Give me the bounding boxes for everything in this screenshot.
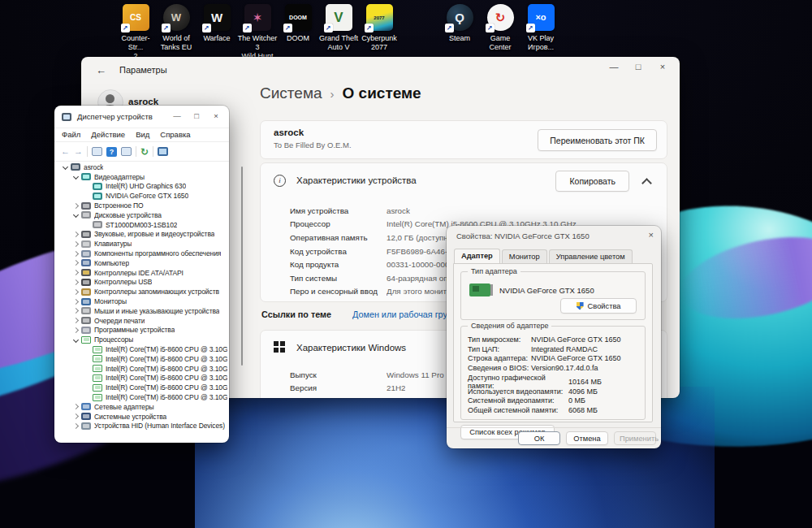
tree-item-16[interactable]: Очереди печати — [54, 316, 227, 326]
settings-scrollbar[interactable] — [241, 167, 243, 366]
chevron-right-icon[interactable] — [71, 249, 80, 258]
chevron-down-icon[interactable] — [71, 172, 80, 181]
tree-item-15[interactable]: Мыши и иные указывающие устройства — [54, 306, 227, 316]
chevron-right-icon[interactable] — [71, 240, 80, 249]
tab-Адаптер[interactable]: Адаптер — [454, 249, 500, 265]
nvidia-dialog-titlebar[interactable]: Свойства: NVIDIA GeForce GTX 1650 — [447, 226, 661, 246]
chevron-down-icon[interactable] — [61, 162, 70, 171]
menu-Вид[interactable]: Вид — [136, 130, 149, 139]
toolbar-separator — [136, 146, 136, 157]
list-view-icon[interactable] — [92, 147, 102, 156]
swdev-device-icon — [81, 327, 91, 334]
desktop-icon-game-center[interactable]: ↻↗Game Center — [480, 4, 520, 52]
desktop-icon-vk-play[interactable]: ×o↗VK Play Игров... — [520, 4, 561, 52]
desktop-icon-doom[interactable]: DOOM↗DOOM — [278, 4, 318, 60]
chevron-right-icon[interactable] — [71, 412, 80, 421]
mouse-device-icon — [81, 307, 91, 314]
cancel-button[interactable]: Отмена — [566, 431, 608, 445]
adapter-properties-button[interactable]: Свойства — [560, 298, 637, 314]
device-specs-header[interactable]: i Характеристики устройства Копировать — [261, 163, 667, 199]
help-icon[interactable]: ? — [106, 147, 117, 157]
chevron-right-icon[interactable] — [71, 326, 80, 335]
chevron-right-icon[interactable] — [71, 422, 80, 431]
forward-icon[interactable]: → — [74, 147, 83, 156]
minimize-button[interactable]: — — [167, 111, 187, 120]
tree-item-18[interactable]: Процессоры — [54, 335, 227, 344]
tree-item-26[interactable]: Системные устройства — [54, 412, 227, 422]
nvidia-dialog-tabs: АдаптерМониторУправление цветом — [454, 248, 633, 264]
chevron-right-icon[interactable] — [71, 268, 80, 277]
grand-theft-auto-v-glyph: V — [334, 11, 343, 24]
desktop-icon-grand-theft-auto-v[interactable]: V↗Grand Theft Auto V — [318, 4, 359, 60]
desktop-icon-world-of-tanks-eu[interactable]: W↗World of Tanks EU — [156, 4, 197, 60]
tree-item-22[interactable]: Intel(R) Core(TM) i5-8600 CPU @ 3.10GHz — [54, 374, 227, 383]
chevron-right-icon[interactable] — [71, 316, 80, 325]
chevron-right-icon[interactable] — [71, 306, 80, 315]
tree-item-10[interactable]: Компьютер — [54, 258, 227, 268]
tree-item-21[interactable]: Intel(R) Core(TM) i5-8600 CPU @ 3.10GHz — [54, 364, 227, 374]
adapter-info-group: Сведения об адаптере Тип микросхем:NVIDI… — [460, 326, 646, 420]
tree-item-9[interactable]: Компоненты программного обеспечения — [54, 249, 227, 258]
tree-item-20[interactable]: Intel(R) Core(TM) i5-8600 CPU @ 3.10GHz — [54, 354, 227, 364]
desktop-icon-the-witcher-3-wild-hunt[interactable]: ✶↗The Witcher 3 Wild Hunt — [237, 4, 278, 60]
breadcrumb: Система › О системе — [260, 84, 421, 102]
ok-button[interactable]: ОК — [518, 431, 560, 445]
rename-pc-button[interactable]: Переименовать этот ПК — [538, 129, 657, 151]
tree-item-8[interactable]: Клавиатуры — [54, 239, 227, 249]
tree-item-12[interactable]: Контроллеры USB — [54, 278, 227, 288]
tree-item-23[interactable]: Intel(R) Core(TM) i5-8600 CPU @ 3.10GHz — [54, 383, 227, 392]
chevron-right-icon[interactable] — [71, 278, 80, 287]
menu-Справка[interactable]: Справка — [160, 130, 190, 139]
related-link-0[interactable]: Домен или рабочая группа — [352, 309, 462, 319]
maximize-button[interactable]: □ — [187, 111, 206, 120]
desktop-icon-cyberpunk-2077[interactable]: 2077↗Cyberpunk 2077 — [359, 4, 400, 60]
back-icon[interactable]: ← — [61, 147, 70, 156]
tree-item-3[interactable]: NVIDIA GeForce GTX 1650 — [54, 191, 227, 201]
menu-Действие[interactable]: Действие — [91, 130, 125, 139]
computer-view-icon[interactable] — [158, 147, 168, 156]
close-button[interactable]: × — [206, 111, 226, 120]
shortcut-arrow-icon: ↗ — [243, 24, 252, 32]
copy-button[interactable]: Копировать — [555, 171, 629, 192]
chevron-up-icon[interactable] — [641, 178, 652, 188]
tab-Управление цветом[interactable]: Управление цветом — [549, 249, 633, 264]
adapter-info-row: Тип ЦАП:Integrated RAMDAC — [468, 344, 640, 354]
tree-item-7[interactable]: Звуковые, игровые и видеоустройства — [54, 230, 227, 240]
chevron-right-icon[interactable] — [71, 258, 80, 267]
chevron-right-icon[interactable] — [71, 288, 80, 296]
tree-item-24[interactable]: Intel(R) Core(TM) i5-8600 CPU @ 3.10GHz — [54, 392, 227, 402]
tree-item-5[interactable]: Дисковые устройства — [54, 210, 227, 220]
desktop-icon-warface[interactable]: W↗Warface — [197, 4, 237, 60]
tree-item-2[interactable]: Intel(R) UHD Graphics 630 — [54, 182, 227, 192]
chevron-spacer — [83, 192, 92, 201]
tree-item-13[interactable]: Контроллеры запоминающих устройств — [54, 287, 227, 296]
chevron-right-icon[interactable] — [71, 201, 80, 210]
chevron-down-icon[interactable] — [71, 335, 80, 344]
tab-Монитор[interactable]: Монитор — [502, 249, 547, 264]
ide-device-icon — [81, 269, 91, 276]
tree-item-17[interactable]: Программные устройства — [54, 326, 227, 335]
back-arrow-icon[interactable]: ← — [96, 64, 106, 76]
tree-item-label: Системные устройства — [94, 413, 166, 421]
tree-item-11[interactable]: Контроллеры IDE ATA/ATAPI — [54, 268, 227, 278]
chevron-right-icon[interactable] — [71, 297, 80, 306]
breadcrumb-system[interactable]: Система — [260, 84, 322, 102]
tree-item-0[interactable]: asrock — [54, 162, 227, 172]
chevron-down-icon[interactable] — [71, 210, 80, 219]
menu-Файл[interactable]: Файл — [62, 130, 80, 139]
tree-item-4[interactable]: Встроенное ПО — [54, 201, 227, 210]
tree-item-19[interactable]: Intel(R) Core(TM) i5-8600 CPU @ 3.10GHz — [54, 344, 227, 354]
chevron-right-icon[interactable] — [71, 230, 80, 239]
tree-item-25[interactable]: Сетевые адаптеры — [54, 402, 227, 412]
desktop-icon-counter-strike-2[interactable]: CS↗Counter-Str... 2 — [115, 4, 156, 60]
chevron-right-icon[interactable] — [71, 402, 80, 411]
properties-icon[interactable] — [121, 147, 132, 156]
info-label: Тип ЦАП: — [468, 345, 531, 353]
scan-hardware-changes-icon[interactable]: ↻ — [140, 147, 149, 157]
desktop-icon-steam[interactable]: Ϙ↗Steam — [439, 4, 480, 52]
tree-item-6[interactable]: ST1000DM003-1SB102 — [54, 220, 227, 230]
tree-item-1[interactable]: Видеоадаптеры — [54, 172, 227, 182]
close-icon[interactable]: × — [649, 230, 654, 240]
tree-item-14[interactable]: Мониторы — [54, 296, 227, 306]
tree-item-27[interactable]: Устройства HID (Human Interface Devices) — [54, 422, 227, 431]
